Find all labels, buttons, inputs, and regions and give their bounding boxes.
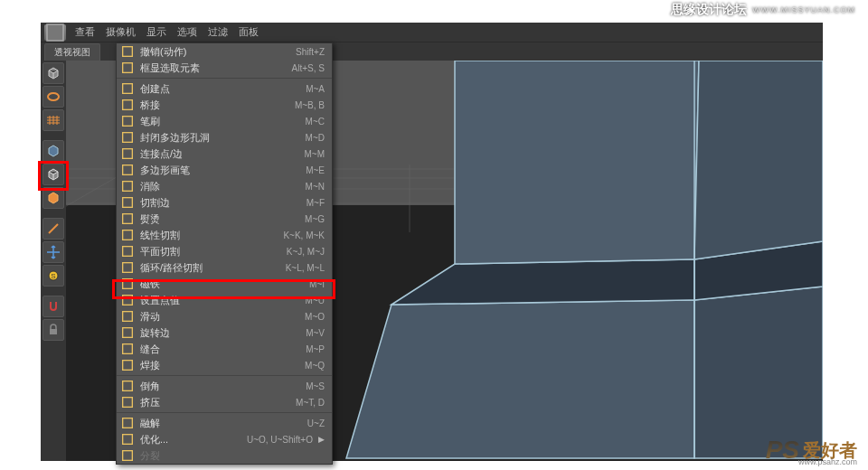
menu-item-stitch-icon[interactable]: 缝合M~P [117,341,332,357]
menu-item-shortcut: M~S [306,381,325,391]
watermark-ps: PS [766,436,799,465]
svg-rect-29 [123,165,133,175]
bridge-icon [120,98,135,112]
menu-item[interactable]: 面板 [233,24,264,41]
plane-cut-icon [120,244,135,258]
submenu-arrow-icon: ▶ [318,435,325,444]
svg-rect-23 [123,63,133,73]
menu-item-polypen-icon[interactable]: 多边形画笔M~E [117,162,332,178]
menu-item-optimize-icon[interactable]: 优化...U~O, U~Shift+O▶ [117,431,332,447]
menu-item-knife-icon[interactable]: 线性切割K~K, M~K [117,227,332,243]
menu-item-brush-icon[interactable]: 笔刷M~C [117,113,332,129]
menu-item[interactable]: 过滤 [203,24,233,41]
svg-point-1 [48,93,59,100]
cube-orange-icon[interactable] [42,187,64,209]
menu-item-connect-icon[interactable]: 连接点/边M~M [117,146,332,162]
menu-item-shortcut: M~V [306,328,325,338]
svg-rect-25 [123,100,133,110]
menu-item-label: 缝合 [140,343,300,356]
menu-item-label: 创建点 [140,82,300,96]
torus-icon[interactable] [42,86,64,108]
menu-item-label: 多边形画笔 [140,164,300,177]
menu-item-loop-cut-icon[interactable]: 循环/路径切割K~L, M~L [117,259,332,276]
svg-rect-33 [123,230,133,240]
menu-item-shortcut: M~N [306,182,325,192]
menu-item-spin-edge-icon[interactable]: 旋转边M~V [117,324,332,341]
menu-item-shortcut: M~F [307,198,325,208]
svg-rect-36 [123,279,133,289]
svg-rect-4 [50,329,57,334]
menu-item-label: 切割边 [140,196,301,210]
svg-rect-45 [123,435,133,445]
watermark-bottom-url: www.psahz.com [798,457,857,466]
cube-select-icon[interactable] [42,164,64,185]
menu-item-extrude-icon[interactable]: 挤压M~T, D [117,394,332,410]
menu-item-shortcut: M~M [305,149,326,159]
menu-item-label: 设置点值 [140,294,300,307]
menu-item-shortcut: K~L, M~L [286,263,325,273]
svg-rect-30 [123,182,133,192]
menu-separator [117,375,332,376]
svg-rect-35 [123,263,133,273]
menu-item-weld-icon[interactable]: 焊接M~Q [117,357,332,373]
svg-rect-44 [123,418,133,428]
svg-rect-31 [123,198,133,208]
menu-item-label: 平面切割 [140,245,281,258]
menu-item-label: 优化... [140,433,241,446]
menu-item-shortcut: M~P [306,344,325,354]
edge-icon[interactable] [42,218,64,240]
svg-rect-34 [123,247,133,257]
floor-grid-icon[interactable] [42,109,64,131]
menu-item-undo-icon[interactable]: 撤销(动作)Shift+Z [117,43,332,60]
svg-text:S: S [51,272,55,280]
menu-item-split-icon: 分裂 [117,447,332,464]
brush-icon [120,114,135,128]
menu-item[interactable]: 显示 [141,24,172,41]
menu-item-magnet2-icon[interactable]: 磁铁M~I [117,276,332,292]
menu-item[interactable]: 查看 [70,24,100,41]
menu-item-frame-sel-icon[interactable]: 框显选取元素Alt+S, S [117,60,332,76]
menu-item-plane-cut-icon[interactable]: 平面切割K~J, M~J [117,243,332,259]
model-mode-icon[interactable] [42,140,64,162]
tab-perspective[interactable]: 透视视图 [44,43,100,61]
menu-item-label: 撤销(动作) [140,45,290,59]
create-point-icon [120,81,135,96]
menu-item-label: 挤压 [140,396,290,409]
menu-item-bevel-icon[interactable]: 倒角M~S [117,378,332,394]
polypen-icon [120,163,135,177]
menu-item-dissolve-icon[interactable]: 消除M~N [117,178,332,194]
menu-item-close-hole-icon[interactable]: 封闭多边形孔洞M~D [117,129,332,146]
svg-rect-40 [123,344,133,354]
menu-item-set-val-icon[interactable]: 设置点值M~U [117,292,332,308]
menu-item-label: 融解 [140,417,302,430]
menu-item[interactable]: 选项 [172,24,203,41]
connect-icon [120,146,135,161]
menu-item-label: 封闭多边形孔洞 [140,131,300,145]
menu-item-label: 倒角 [140,380,300,393]
menu-item[interactable]: 摄像机 [100,24,141,41]
optimize-icon [120,432,135,446]
menu-item-shortcut: M~I [309,279,325,289]
menu-item-slide-icon[interactable]: 滑动M~O [117,308,332,324]
svg-marker-15 [346,300,694,458]
menu-item-dissolve2-icon[interactable]: 融解U~Z [117,415,332,431]
lock-icon[interactable] [42,319,64,341]
svg-rect-24 [123,84,133,94]
split-icon [120,448,135,463]
move-tool-icon[interactable] [42,241,64,263]
magnet-icon[interactable] [42,296,64,317]
menu-item-label: 消除 [140,180,300,193]
menu-item-edge-cut-icon[interactable]: 切割边M~F [117,194,332,211]
menu-item-shortcut: U~O, U~Shift+O [247,435,313,445]
menu-item-bridge-icon[interactable]: 桥接M~B, B [117,97,332,113]
scale-tool-icon[interactable]: S [42,265,64,287]
menu-item-label: 桥接 [140,99,289,112]
menu-item-label: 焊接 [140,359,299,372]
svg-rect-42 [123,381,133,391]
menu-item-shortcut: M~U [306,296,325,306]
menu-item-create-point-icon[interactable]: 创建点M~A [117,80,332,97]
dissolve2-icon [120,416,135,430]
menu-item-iron-icon[interactable]: 熨烫M~G [117,211,332,227]
svg-rect-43 [123,398,133,408]
cube-primitive-icon[interactable] [42,62,64,84]
